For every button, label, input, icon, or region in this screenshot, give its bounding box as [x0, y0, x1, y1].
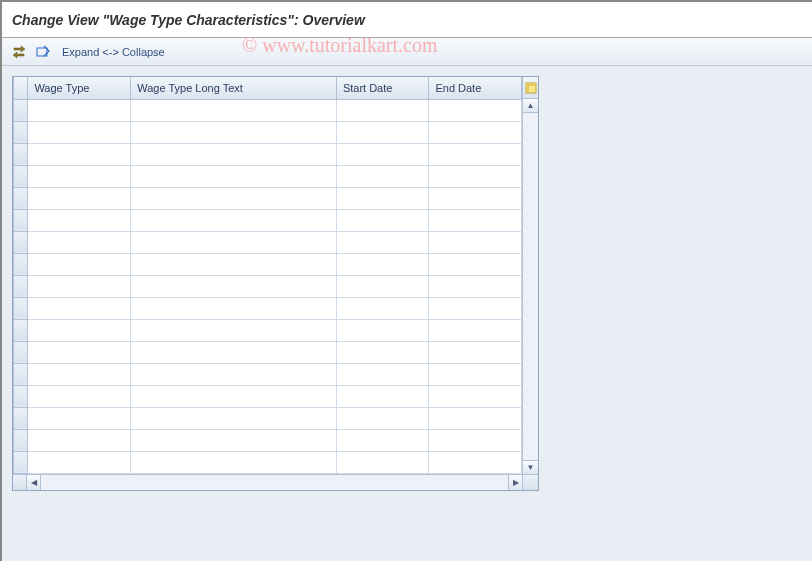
table-row[interactable] — [14, 341, 522, 363]
table-cell[interactable] — [28, 165, 131, 187]
table-cell[interactable] — [28, 341, 131, 363]
row-selector[interactable] — [14, 143, 28, 165]
expand-collapse-button[interactable]: Expand <-> Collapse — [58, 44, 169, 60]
table-cell[interactable] — [429, 231, 522, 253]
table-cell[interactable] — [429, 407, 522, 429]
table-cell[interactable] — [336, 165, 429, 187]
table-cell[interactable] — [28, 99, 131, 121]
table-cell[interactable] — [131, 187, 337, 209]
table-cell[interactable] — [336, 451, 429, 473]
row-selector[interactable] — [14, 99, 28, 121]
table-cell[interactable] — [429, 297, 522, 319]
table-cell[interactable] — [131, 143, 337, 165]
table-cell[interactable] — [131, 297, 337, 319]
scroll-up-icon[interactable]: ▲ — [523, 99, 538, 113]
table-cell[interactable] — [28, 451, 131, 473]
hscroll-track[interactable] — [41, 475, 508, 490]
table-cell[interactable] — [336, 385, 429, 407]
table-cell[interactable] — [131, 407, 337, 429]
table-cell[interactable] — [131, 275, 337, 297]
table-cell[interactable] — [28, 363, 131, 385]
table-cell[interactable] — [28, 429, 131, 451]
table-row[interactable] — [14, 385, 522, 407]
table-row[interactable] — [14, 165, 522, 187]
table-cell[interactable] — [131, 99, 337, 121]
table-row[interactable] — [14, 407, 522, 429]
row-selector[interactable] — [14, 275, 28, 297]
table-cell[interactable] — [429, 363, 522, 385]
table-cell[interactable] — [429, 385, 522, 407]
table-cell[interactable] — [28, 275, 131, 297]
row-selector[interactable] — [14, 363, 28, 385]
table-row[interactable] — [14, 275, 522, 297]
table-row[interactable] — [14, 363, 522, 385]
scroll-down-icon[interactable]: ▼ — [523, 460, 538, 474]
table-row[interactable] — [14, 253, 522, 275]
table-cell[interactable] — [131, 341, 337, 363]
table-cell[interactable] — [28, 319, 131, 341]
table-cell[interactable] — [336, 143, 429, 165]
table-cell[interactable] — [429, 319, 522, 341]
scroll-right-icon[interactable]: ▶ — [508, 475, 522, 490]
table-cell[interactable] — [28, 187, 131, 209]
column-header-end-date[interactable]: End Date — [429, 77, 522, 99]
table-cell[interactable] — [336, 187, 429, 209]
row-selector[interactable] — [14, 165, 28, 187]
table-row[interactable] — [14, 451, 522, 473]
table-cell[interactable] — [336, 209, 429, 231]
table-row[interactable] — [14, 121, 522, 143]
table-cell[interactable] — [28, 385, 131, 407]
table-cell[interactable] — [131, 165, 337, 187]
table-cell[interactable] — [131, 209, 337, 231]
table-cell[interactable] — [28, 407, 131, 429]
table-cell[interactable] — [429, 253, 522, 275]
table-cell[interactable] — [131, 429, 337, 451]
table-row[interactable] — [14, 143, 522, 165]
table-cell[interactable] — [429, 275, 522, 297]
table-cell[interactable] — [28, 231, 131, 253]
table-cell[interactable] — [336, 319, 429, 341]
row-selector[interactable] — [14, 341, 28, 363]
table-cell[interactable] — [336, 99, 429, 121]
table-cell[interactable] — [336, 363, 429, 385]
table-row[interactable] — [14, 319, 522, 341]
table-cell[interactable] — [429, 99, 522, 121]
table-row[interactable] — [14, 297, 522, 319]
table-cell[interactable] — [131, 319, 337, 341]
table-cell[interactable] — [429, 121, 522, 143]
table-cell[interactable] — [28, 253, 131, 275]
column-header-start-date[interactable]: Start Date — [336, 77, 429, 99]
table-cell[interactable] — [28, 209, 131, 231]
table-cell[interactable] — [429, 209, 522, 231]
column-header-select[interactable] — [14, 77, 28, 99]
table-cell[interactable] — [28, 143, 131, 165]
row-selector[interactable] — [14, 121, 28, 143]
table-cell[interactable] — [429, 143, 522, 165]
table-row[interactable] — [14, 209, 522, 231]
row-selector[interactable] — [14, 319, 28, 341]
row-selector[interactable] — [14, 407, 28, 429]
table-cell[interactable] — [336, 429, 429, 451]
table-cell[interactable] — [336, 231, 429, 253]
table-config-icon[interactable] — [523, 77, 538, 99]
row-selector[interactable] — [14, 187, 28, 209]
table-cell[interactable] — [336, 341, 429, 363]
table-cell[interactable] — [131, 121, 337, 143]
table-cell[interactable] — [28, 297, 131, 319]
row-selector[interactable] — [14, 385, 28, 407]
table-cell[interactable] — [28, 121, 131, 143]
table-cell[interactable] — [131, 385, 337, 407]
table-cell[interactable] — [336, 407, 429, 429]
row-selector[interactable] — [14, 209, 28, 231]
table-row[interactable] — [14, 99, 522, 121]
table-cell[interactable] — [131, 451, 337, 473]
row-selector[interactable] — [14, 231, 28, 253]
scroll-left-icon[interactable]: ◀ — [27, 475, 41, 490]
table-row[interactable] — [14, 429, 522, 451]
column-header-wage-type[interactable]: Wage Type — [28, 77, 131, 99]
table-cell[interactable] — [131, 253, 337, 275]
vscroll-track[interactable] — [523, 113, 538, 460]
table-cell[interactable] — [131, 231, 337, 253]
row-selector[interactable] — [14, 253, 28, 275]
table-cell[interactable] — [429, 341, 522, 363]
